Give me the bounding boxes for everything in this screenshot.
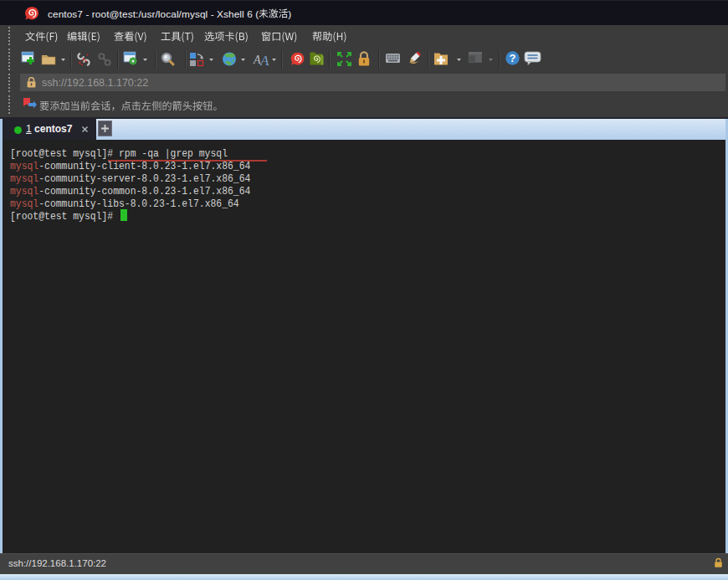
svg-text:A: A <box>259 53 269 69</box>
svg-text:?: ? <box>510 52 516 64</box>
